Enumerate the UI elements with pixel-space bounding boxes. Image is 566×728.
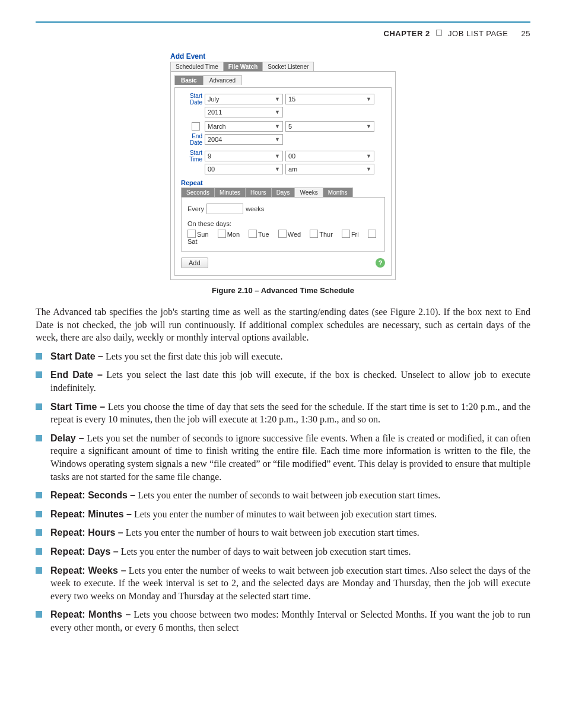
square-bullet-icon <box>36 492 42 498</box>
chevron-down-icon: ▼ <box>366 153 371 159</box>
square-bullet-icon <box>36 353 42 360</box>
add-button[interactable]: Add <box>181 257 208 268</box>
tab-scheduled-time[interactable]: Scheduled Time <box>170 62 224 71</box>
dialog-title: Add Event <box>170 52 396 61</box>
start-min-value: 00 <box>288 152 295 160</box>
tab-advanced[interactable]: Advanced <box>203 75 242 85</box>
checkbox-mon[interactable] <box>218 230 226 238</box>
checkbox-wed[interactable] <box>278 230 287 238</box>
feature-list: Start Date – Lets you set the first date… <box>36 350 530 634</box>
ampm-select[interactable]: am ▼ <box>285 164 374 174</box>
chevron-down-icon: ▼ <box>275 166 280 172</box>
end-year-select[interactable]: 2004 ▼ <box>205 134 283 145</box>
start-hour-select[interactable]: 9 ▼ <box>205 151 283 161</box>
checkbox-sat[interactable] <box>368 230 376 238</box>
every-label: Every <box>187 205 204 212</box>
figure-caption: Figure 2.10 – Advanced Time Schedule <box>36 286 530 295</box>
tab-seconds[interactable]: Seconds <box>181 187 215 197</box>
list-item: Repeat: Weeks – Lets you enter the numbe… <box>50 564 530 603</box>
list-item: Repeat: Hours – Lets you enter the numbe… <box>50 526 530 539</box>
day-checkbox-row: Sun Mon Tue Wed Thur Fri Sat <box>187 230 379 245</box>
start-date-label: StartDate <box>181 93 205 106</box>
start-day-value: 15 <box>288 96 295 103</box>
help-icon[interactable]: ? <box>376 258 385 268</box>
tab-minutes[interactable]: Minutes <box>214 187 246 197</box>
chevron-down-icon: ▼ <box>275 96 280 102</box>
tab-basic[interactable]: Basic <box>174 75 203 85</box>
list-item: Repeat: Seconds – Lets you enter the num… <box>50 489 530 502</box>
tab-file-watch[interactable]: File Watch <box>223 62 263 71</box>
days-header: On these days: <box>187 220 379 227</box>
every-input[interactable] <box>206 204 243 214</box>
repeat-label: Repeat <box>181 179 385 186</box>
list-item: End Date – Lets you select the last date… <box>50 368 530 394</box>
chapter-label: CHAPTER 2 <box>384 29 430 38</box>
chevron-down-icon: ▼ <box>366 166 371 172</box>
tab-days[interactable]: Days <box>271 187 295 197</box>
running-header: CHAPTER 2 JOB LIST PAGE 25 <box>36 21 530 38</box>
tab-hours[interactable]: Hours <box>245 187 272 197</box>
start-year-select[interactable]: 2011 ▼ <box>205 107 283 117</box>
square-bullet-icon <box>36 403 42 410</box>
list-item: Repeat: Minutes – Lets you enter the num… <box>50 508 530 521</box>
ampm-value: am <box>288 166 297 173</box>
list-item: Repeat: Days – Lets you enter the number… <box>50 545 530 558</box>
end-day-select[interactable]: 5 ▼ <box>285 121 374 132</box>
chevron-down-icon: ▼ <box>275 136 280 142</box>
chevron-down-icon: ▼ <box>366 123 371 129</box>
end-date-checkbox[interactable] <box>192 122 200 131</box>
page-number: 25 <box>522 29 530 38</box>
intro-paragraph: The Advanced tab specifies the job's sta… <box>36 306 530 344</box>
start-sec-value: 00 <box>208 166 215 173</box>
square-bullet-icon <box>36 529 42 536</box>
checkbox-tue[interactable] <box>249 230 257 238</box>
square-divider-icon <box>436 30 442 36</box>
list-item: Repeat: Months – Lets you choose between… <box>50 608 530 634</box>
dialog-outer-tabs: Scheduled Time File Watch Socket Listene… <box>170 62 396 71</box>
checkbox-thur[interactable] <box>310 230 318 238</box>
start-time-label: StartTime <box>181 150 205 163</box>
square-bullet-icon <box>36 371 42 378</box>
square-bullet-icon <box>36 611 42 618</box>
list-item: Start Time – Lets you choose the time of… <box>50 400 530 426</box>
dialog-inner-tabs: Basic Advanced <box>174 75 392 85</box>
start-min-select[interactable]: 00 ▼ <box>285 151 374 161</box>
tab-socket-listener[interactable]: Socket Listener <box>262 62 314 71</box>
chevron-down-icon: ▼ <box>275 123 280 129</box>
chevron-down-icon: ▼ <box>366 96 371 102</box>
start-sec-select[interactable]: 00 ▼ <box>205 164 283 174</box>
end-year-value: 2004 <box>208 136 222 143</box>
add-event-dialog: Add Event Scheduled Time File Watch Sock… <box>170 52 396 280</box>
chevron-down-icon: ▼ <box>275 153 280 159</box>
end-month-select[interactable]: March ▼ <box>205 121 283 132</box>
square-bullet-icon <box>36 511 42 517</box>
checkbox-fri[interactable] <box>342 230 350 238</box>
tab-weeks[interactable]: Weeks <box>294 187 323 197</box>
checkbox-sun[interactable] <box>187 230 196 238</box>
list-item: Start Date – Lets you set the first date… <box>50 350 530 363</box>
start-day-select[interactable]: 15 ▼ <box>285 94 374 104</box>
start-month-value: July <box>208 96 220 103</box>
section-title: JOB LIST PAGE <box>448 29 508 38</box>
end-day-value: 5 <box>288 123 292 130</box>
start-month-select[interactable]: July ▼ <box>205 94 283 104</box>
square-bullet-icon <box>36 567 42 574</box>
weeks-suffix: weeks <box>246 205 264 212</box>
chevron-down-icon: ▼ <box>275 109 280 115</box>
start-year-value: 2011 <box>208 109 222 116</box>
repeat-tabs: Seconds Minutes Hours Days Weeks Months <box>181 187 385 197</box>
tab-months[interactable]: Months <box>323 187 353 197</box>
end-date-label: EndDate <box>181 133 205 146</box>
end-month-value: March <box>208 123 226 130</box>
square-bullet-icon <box>36 435 42 441</box>
square-bullet-icon <box>36 548 42 555</box>
list-item: Delay – Lets you set the number of secon… <box>50 432 530 483</box>
start-hour-value: 9 <box>208 152 211 160</box>
